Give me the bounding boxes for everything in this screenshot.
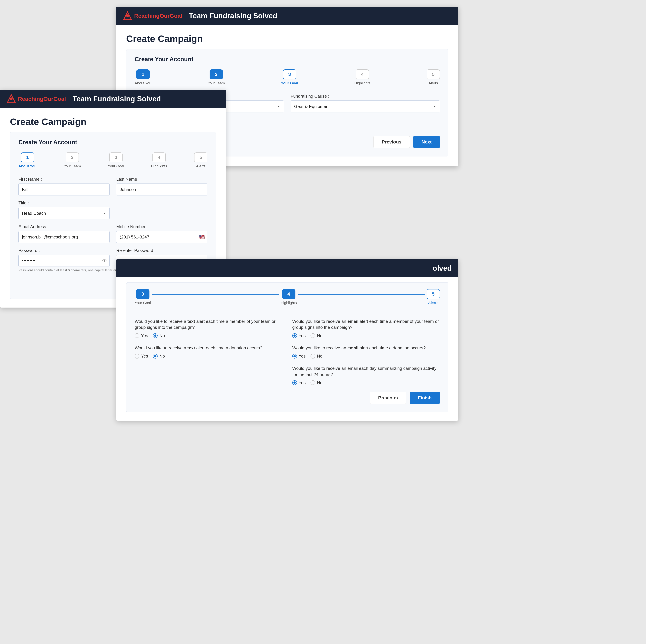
q2-left-yes[interactable]: Yes bbox=[135, 353, 148, 359]
q2-left-no-dot bbox=[153, 354, 157, 358]
q3-right-no-dot bbox=[311, 380, 315, 385]
cause-label: Fundraising Cause : bbox=[291, 94, 440, 99]
eye-icon[interactable]: 👁 bbox=[102, 258, 107, 263]
q1-left-yes-dot bbox=[135, 333, 139, 338]
connector-1-2-card2 bbox=[38, 158, 62, 158]
step-label-4-card1: Highlights bbox=[354, 81, 370, 85]
q1-right-yes[interactable]: Yes bbox=[292, 333, 306, 338]
mobile-input[interactable] bbox=[116, 231, 207, 243]
title-row: Title : Head Coach Assistant Coach Manag… bbox=[18, 200, 207, 219]
q1-left-no-label: No bbox=[159, 333, 165, 338]
step-4-card2: 4 Highlights bbox=[151, 152, 167, 169]
q2-left-no[interactable]: No bbox=[153, 353, 165, 359]
password-label: Password : bbox=[18, 248, 110, 253]
logo-text-card2: ReachingOurGoal bbox=[18, 96, 66, 102]
page-title-card2: Create Campaign bbox=[0, 108, 226, 132]
page-title-card1: Create Campaign bbox=[116, 25, 458, 49]
q3-right-col: Would you like to receive an email each … bbox=[292, 365, 440, 385]
q2-right-no[interactable]: No bbox=[311, 353, 322, 359]
step-1-card2: 1 About You bbox=[18, 152, 36, 169]
q2-right-yes-label: Yes bbox=[299, 353, 306, 359]
q1-left-yes[interactable]: Yes bbox=[135, 333, 148, 338]
mobile-label: Mobile Number : bbox=[116, 224, 207, 229]
step-label-5-card3: Alerts bbox=[428, 301, 438, 305]
q1-left-yes-label: Yes bbox=[141, 333, 148, 338]
step-label-4-card3: Highlights bbox=[281, 301, 297, 305]
step-label-5-card1: Alerts bbox=[429, 81, 438, 85]
q1-right-no-label: No bbox=[317, 333, 322, 338]
last-name-input[interactable] bbox=[116, 184, 207, 196]
stepper-card2: 1 About You 2 Your Team 3 Your Goal 4 Hi… bbox=[18, 152, 207, 169]
q2-right-no-dot bbox=[311, 354, 315, 358]
last-name-label: Last Name : bbox=[116, 177, 207, 182]
step-circle-2-card1: 2 bbox=[210, 70, 223, 79]
card-step5: olved 3 Your Goal 4 Highlights 5 Alerts bbox=[116, 259, 458, 421]
q1-right-no[interactable]: No bbox=[311, 333, 322, 338]
stepper-card3: 3 Your Goal 4 Highlights 5 Alerts bbox=[135, 289, 440, 305]
form-group-cause: Fundraising Cause : Gear & Equipment Tra… bbox=[291, 94, 440, 112]
flag-icon: 🇺🇸 bbox=[199, 234, 205, 240]
step-label-3-card3: Your Goal bbox=[135, 301, 151, 305]
step-5-card3: 5 Alerts bbox=[427, 289, 440, 305]
q2-left-yes-label: Yes bbox=[141, 353, 148, 359]
btn-row-card3: Previous Finish bbox=[135, 392, 440, 404]
q2-right-yes-dot bbox=[292, 354, 297, 358]
q1-left-no-dot bbox=[153, 333, 157, 338]
q3-left-col bbox=[135, 365, 282, 385]
q2-left-no-label: No bbox=[159, 353, 165, 359]
step-5-card1: 5 Alerts bbox=[427, 70, 440, 85]
step-label-1-card2: About You bbox=[18, 164, 36, 169]
next-button-card1[interactable]: Next bbox=[413, 136, 440, 148]
prev-button-card3[interactable]: Previous bbox=[370, 392, 406, 404]
cause-select[interactable]: Gear & Equipment Travel Uniforms bbox=[291, 100, 440, 112]
q3-right-radios: Yes No bbox=[292, 380, 440, 385]
q1-left-col: Would you like to receive a text alert e… bbox=[135, 318, 282, 338]
email-label: Email Address : bbox=[18, 224, 110, 229]
step-4-card3: 4 Highlights bbox=[281, 289, 297, 305]
password-input[interactable] bbox=[18, 255, 110, 267]
q2-row: Would you like to receive a text alert e… bbox=[135, 345, 440, 359]
finish-button-card3[interactable]: Finish bbox=[410, 392, 440, 404]
q2-right-yes[interactable]: Yes bbox=[292, 353, 306, 359]
q3-right-yes-label: Yes bbox=[299, 380, 306, 385]
q1-left-no[interactable]: No bbox=[153, 333, 165, 338]
step-label-3-card2: Your Goal bbox=[108, 164, 124, 169]
q1-right-col: Would you like to receive an email alert… bbox=[292, 318, 440, 338]
section-box-card3: 3 Your Goal 4 Highlights 5 Alerts Would … bbox=[126, 282, 448, 412]
prev-button-card1[interactable]: Previous bbox=[373, 136, 410, 148]
step-label-2-card2: Your Team bbox=[64, 164, 81, 169]
q2-right-radios: Yes No bbox=[292, 353, 440, 359]
q1-right-text: Would you like to receive an email alert… bbox=[292, 318, 440, 330]
step-3-card2: 3 Your Goal bbox=[108, 152, 124, 169]
password-wrap: 👁 bbox=[18, 255, 110, 267]
navbar-title-card1: Team Fundraising Solved bbox=[189, 12, 277, 20]
reenter-label: Re-enter Password : bbox=[116, 248, 207, 253]
step-1-card1: 1 About You bbox=[135, 70, 151, 85]
logo-text-card1: ReachingOurGoal bbox=[134, 13, 182, 19]
step-2-card1: 2 Your Team bbox=[208, 70, 225, 85]
title-select[interactable]: Head Coach Assistant Coach Manager bbox=[18, 207, 110, 219]
section-title-card1: Create Your Account bbox=[135, 56, 440, 63]
step-label-1-card1: About You bbox=[135, 81, 151, 85]
q2-right-col: Would you like to receive an email alert… bbox=[292, 345, 440, 359]
step-3-card3: 3 Your Goal bbox=[135, 289, 151, 305]
q1-right-yes-label: Yes bbox=[299, 333, 306, 338]
last-name-group: Last Name : bbox=[116, 177, 207, 196]
q2-left-radios: Yes No bbox=[135, 353, 282, 359]
step-circle-3-card3: 3 bbox=[136, 289, 149, 299]
connector-3-4-card2 bbox=[125, 158, 150, 158]
step-circle-4-card2: 4 bbox=[152, 152, 166, 163]
connector-2-3-card1 bbox=[226, 75, 280, 75]
name-row: First Name : Last Name : bbox=[18, 177, 207, 196]
step-circle-5-card3: 5 bbox=[427, 289, 440, 299]
q3-right-no[interactable]: No bbox=[311, 380, 322, 385]
navbar-card3: olved bbox=[116, 259, 458, 277]
email-group: Email Address : bbox=[18, 224, 110, 243]
q3-right-yes[interactable]: Yes bbox=[292, 380, 306, 385]
email-input[interactable] bbox=[18, 231, 110, 243]
step-circle-1-card1: 1 bbox=[136, 70, 149, 79]
title-label: Title : bbox=[18, 200, 110, 206]
step-circle-4-card1: 4 bbox=[356, 70, 369, 79]
first-name-input[interactable] bbox=[18, 184, 110, 196]
step-3-card1: 3 Your Goal bbox=[281, 70, 298, 85]
